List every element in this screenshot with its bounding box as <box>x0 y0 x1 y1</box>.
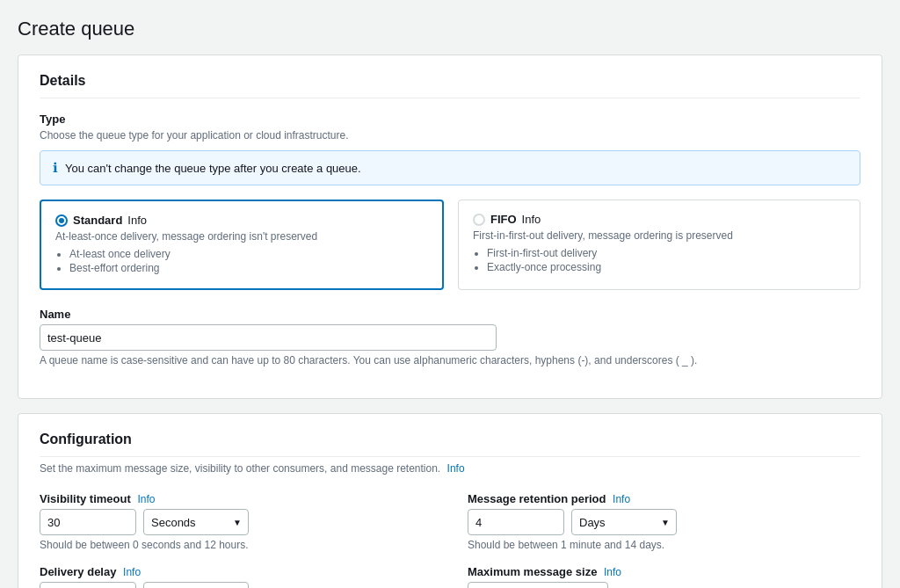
message-retention-unit-select[interactable]: Seconds Minutes Hours Days <box>571 509 677 535</box>
standard-option-name: Standard <box>73 214 122 227</box>
fifo-option-header: FIFO Info <box>473 213 846 226</box>
message-retention-field: Message retention period Info Seconds Mi… <box>468 492 860 551</box>
fifo-option-name: FIFO <box>490 213 517 226</box>
configuration-section-title: Configuration <box>40 432 860 457</box>
max-message-size-input-row: KB <box>468 582 860 588</box>
visibility-timeout-unit-wrapper: Seconds Minutes Hours <box>143 509 249 535</box>
fifo-radio[interactable] <box>473 214 485 226</box>
type-desc: Choose the queue type for your applicati… <box>40 129 860 142</box>
max-message-size-field: Maximum message size Info KB Should be b… <box>468 565 860 588</box>
standard-option-desc: At-least-once delivery, message ordering… <box>55 230 428 243</box>
max-message-size-info-link[interactable]: Info <box>604 566 621 578</box>
queue-type-row: Standard Info At-least-once delivery, me… <box>40 200 860 290</box>
visibility-timeout-info-link[interactable]: Info <box>137 493 155 505</box>
info-circle-icon: ℹ <box>53 160 58 176</box>
standard-info-link[interactable]: Info <box>127 214 147 227</box>
configuration-card: Configuration Set the maximum message si… <box>18 413 882 588</box>
delivery-delay-input-row: Seconds Minutes <box>40 582 432 588</box>
delivery-delay-info-link[interactable]: Info <box>123 566 141 578</box>
fifo-bullet-2: Exactly-once processing <box>487 261 846 273</box>
message-retention-input[interactable] <box>468 509 564 535</box>
visibility-timeout-unit-select[interactable]: Seconds Minutes Hours <box>143 509 249 535</box>
delivery-delay-unit-select[interactable]: Seconds Minutes <box>143 582 249 588</box>
queue-name-input[interactable] <box>40 324 497 351</box>
configuration-desc: Set the maximum message size, visibility… <box>40 462 860 475</box>
message-retention-label: Message retention period Info <box>468 492 860 505</box>
page-title: Create queue <box>18 18 882 40</box>
message-retention-unit-wrapper: Seconds Minutes Hours Days <box>571 509 677 535</box>
details-section-title: Details <box>40 73 860 98</box>
standard-option-header: Standard Info <box>55 214 428 227</box>
standard-bullet-2: Best-effort ordering <box>69 262 428 274</box>
fifo-info-link[interactable]: Info <box>522 213 541 226</box>
name-hint: A queue name is case-sensitive and can h… <box>40 354 860 367</box>
config-grid: Visibility timeout Info Seconds Minutes … <box>40 492 860 588</box>
delivery-delay-field: Delivery delay Info Seconds Minutes Shou… <box>40 565 432 588</box>
details-card: Details Type Choose the queue type for y… <box>18 54 882 399</box>
fifo-option-desc: First-in-first-out delivery, message ord… <box>473 229 846 242</box>
config-right-col: Message retention period Info Seconds Mi… <box>468 492 860 588</box>
max-message-size-input[interactable] <box>468 582 608 588</box>
standard-radio[interactable] <box>55 214 68 227</box>
fifo-option-bullets: First-in-first-out delivery Exactly-once… <box>473 247 846 273</box>
message-retention-hint: Should be between 1 minute and 14 days. <box>468 539 860 551</box>
fifo-queue-option[interactable]: FIFO Info First-in-first-out delivery, m… <box>458 200 860 290</box>
type-label: Type <box>40 113 860 126</box>
name-field: Name A queue name is case-sensitive and … <box>40 308 860 367</box>
delivery-delay-input[interactable] <box>40 582 136 588</box>
message-retention-info-link[interactable]: Info <box>613 493 630 505</box>
standard-option-bullets: At-least once delivery Best-effort order… <box>55 248 428 274</box>
name-input-row <box>40 324 860 351</box>
delivery-delay-unit-wrapper: Seconds Minutes <box>143 582 249 588</box>
config-left-col: Visibility timeout Info Seconds Minutes … <box>40 492 432 588</box>
message-retention-input-row: Seconds Minutes Hours Days <box>468 509 860 535</box>
type-field: Type Choose the queue type for your appl… <box>40 113 860 290</box>
max-message-size-label: Maximum message size Info <box>468 565 860 578</box>
type-info-banner: ℹ You can't change the queue type after … <box>40 150 860 185</box>
configuration-info-link[interactable]: Info <box>447 462 465 475</box>
visibility-timeout-label: Visibility timeout Info <box>40 492 432 505</box>
fifo-bullet-1: First-in-first-out delivery <box>487 247 846 259</box>
visibility-timeout-input-row: Seconds Minutes Hours <box>40 509 432 535</box>
name-label: Name <box>40 308 860 321</box>
standard-bullet-1: At-least once delivery <box>69 248 428 260</box>
visibility-timeout-field: Visibility timeout Info Seconds Minutes … <box>40 492 432 551</box>
visibility-timeout-input[interactable] <box>40 509 136 535</box>
standard-queue-option[interactable]: Standard Info At-least-once delivery, me… <box>40 200 444 290</box>
delivery-delay-label: Delivery delay Info <box>40 565 432 578</box>
visibility-timeout-hint: Should be between 0 seconds and 12 hours… <box>40 539 432 551</box>
